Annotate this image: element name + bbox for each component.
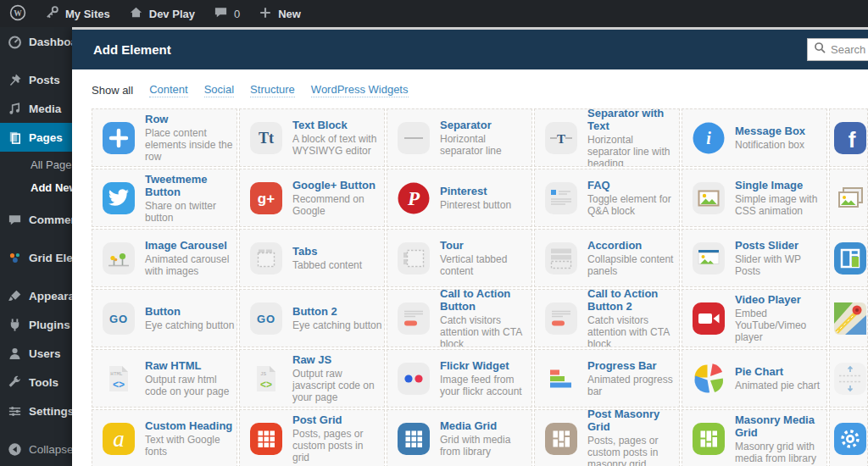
element-description: Horizontal separator line with heading [587,134,677,168]
plugin-icon [8,318,22,332]
element-title: Separator with Text [587,108,677,132]
element-title: Pinterest [440,185,530,197]
element-card[interactable]: T Separator with Text Horizontal separat… [534,108,680,167]
element-card-partial[interactable] [829,169,868,227]
element-card[interactable]: Masonry Media Grid Masonry grid with med… [682,409,827,466]
sidebar-item-posts[interactable]: Posts [0,65,72,94]
element-description: Animated carousel with images [145,253,235,277]
sidebar-collapse-button[interactable]: Collapse menu [0,435,72,463]
comments-menu[interactable]: 0 [204,0,249,27]
sidebar-item-comments[interactable]: Comments [0,205,72,234]
sidebar-item-appearance[interactable]: Appearance [0,281,72,310]
element-card[interactable]: GO Button 2 Eye catching button [239,289,385,347]
sidebar-item-settings[interactable]: Settings [0,397,72,425]
google-maps-icon [833,302,867,336]
element-card[interactable]: Row Place content elements inside the ro… [92,108,237,167]
element-card[interactable]: GO Button Eye catching button [92,289,237,347]
element-card[interactable]: Post Masonry Grid Posts, pages or custom… [534,409,680,466]
element-card[interactable]: g+ Google+ Button Recommend on Google [239,169,385,227]
element-search-box[interactable] [807,38,868,61]
element-card-partial[interactable] [829,289,868,347]
element-card-partial[interactable] [829,229,868,287]
search-input[interactable] [831,43,868,56]
sidebar-item-pages[interactable]: Pages [0,123,72,152]
masonry-media-grid-icon [692,422,726,456]
filter-link[interactable]: Content [149,83,188,97]
element-card[interactable]: Tabs Tabbed content [239,229,385,287]
grid-elements-icon [8,251,22,265]
pushpin-icon [8,73,22,87]
go-button-icon: GO [249,302,283,336]
element-card-partial[interactable] [829,409,868,466]
message-box-icon: i [692,121,726,155]
element-card[interactable]: P Pinterest Pinterest button [387,169,532,227]
flickr-icon [397,362,431,396]
element-card[interactable]: Accordion Collapsible content panels [534,229,680,287]
sidebar-subitem-add-new[interactable]: Add New [0,176,72,199]
my-sites-menu[interactable]: My Sites [36,0,120,27]
element-card-partial[interactable]: f [829,108,868,167]
element-card[interactable]: Tweetmeme Button Share on twitter button [92,169,237,227]
element-card[interactable]: Pie Chart Animated pie chart [682,349,827,408]
element-title: Single Image [735,179,825,191]
sidebar-subitem-all-pages[interactable]: All Pages [0,153,72,176]
element-description: Simple image with CSS animation [735,193,825,217]
key-icon [45,5,59,22]
svg-text:GO: GO [257,313,275,325]
sidebar-item-plugins[interactable]: Plugins [0,310,72,339]
element-card[interactable]: Video Player Embed YouTube/Vimeo player [682,289,827,347]
element-card[interactable]: Posts Slider Slider with WP Posts [682,229,827,287]
svg-text:Tt: Tt [259,130,274,147]
element-card[interactable]: i Message Box Notification box [682,108,827,167]
new-label: New [278,8,301,20]
element-card[interactable]: JS<> Raw JS Output raw javascript code o… [239,349,385,408]
sidebar-item-media[interactable]: Media [0,94,72,123]
pages-icon [8,130,22,145]
svg-text:JS: JS [260,371,267,377]
element-card[interactable]: Post Grid Posts, pages or custom posts i… [239,409,385,466]
element-card[interactable]: Call to Action Button 2 Catch visitors a… [534,289,680,347]
element-description: Pinterest button [440,199,530,211]
element-card[interactable]: Separator Horizontal separator line [387,108,532,167]
wp-logo-menu[interactable]: W [0,0,36,27]
element-card[interactable]: a Custom Heading Text with Google fonts [92,409,237,466]
sidebar-item-tools[interactable]: Tools [0,368,72,397]
element-card[interactable]: Flickr Widget Image feed from your flick… [387,349,532,408]
element-card[interactable]: HTML<> Raw HTML Output raw html code on … [92,349,237,408]
element-card[interactable]: Call to Action Button Catch visitors att… [387,289,532,347]
svg-text:f: f [849,127,856,153]
element-card[interactable]: Tt Text Block A block of text with WYSIW… [239,108,385,167]
collapse-arrow-icon [8,442,22,457]
element-card[interactable]: Progress Bar Animated progress bar [534,349,680,408]
element-card[interactable]: Tour Vertical tabbed content [387,229,532,287]
widget-layout-icon [833,241,867,275]
empty-space-icon [833,362,867,396]
faq-list-icon [544,181,578,215]
dashboard-icon [8,35,22,49]
element-card[interactable]: Single Image Simple image with CSS anima… [682,169,827,227]
element-card[interactable]: FAQ Toggle element for Q&A block [534,169,680,227]
element-description: Posts, pages or custom posts in masonry … [587,435,677,466]
element-card[interactable]: Image Carousel Animated carousel with im… [92,229,237,287]
filter-link[interactable]: Show all [92,84,133,97]
sidebar-item-grid-elements[interactable]: Grid Elements [0,243,72,272]
element-description: Recommend on Google [292,193,382,217]
element-title: Masonry Media Grid [735,413,825,439]
element-card-partial[interactable] [829,349,868,408]
pinterest-icon: P [397,181,431,215]
element-title: Media Grid [440,419,530,432]
image-carousel-icon [102,241,136,275]
new-content-menu[interactable]: New [249,0,310,27]
sidebar-item-users[interactable]: Users [0,339,72,368]
element-card[interactable]: Media Grid Grid with media from library [387,409,532,466]
site-menu[interactable]: Dev Play [120,0,204,27]
add-element-modal: Add Element Show all Content Social Stru… [72,27,868,466]
filter-link[interactable]: Structure [250,83,295,97]
svg-text:a: a [113,426,125,452]
sidebar-item-dashboard[interactable]: Dashboard [0,27,72,56]
raw-js-icon: JS<> [249,362,283,396]
pages-submenu: All Pages Add New [0,152,72,205]
filter-link[interactable]: WordPress Widgets [311,83,409,97]
posts-slider-icon [692,241,726,275]
filter-link[interactable]: Social [204,83,234,97]
